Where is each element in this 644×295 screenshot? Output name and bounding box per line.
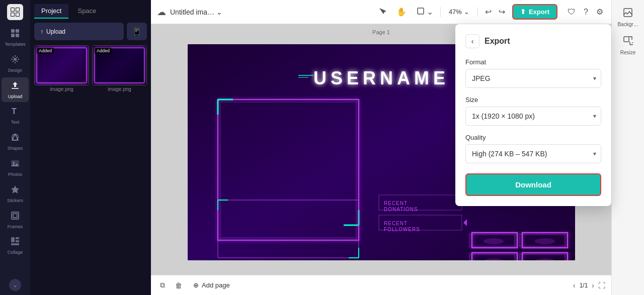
svg-rect-11	[16, 34, 19, 37]
topbar-tools: ✋ ⌄ 47% ⌄ ↩ ↪	[375, 4, 605, 20]
add-page-button[interactable]: ⊕ Add page	[189, 279, 234, 291]
copy-page-button[interactable]: ⧉	[157, 279, 168, 291]
download-button[interactable]: Download	[465, 173, 601, 196]
zoom-button[interactable]: 47% ⌄	[445, 6, 473, 18]
sidebar-item-shapes[interactable]: Shapes	[2, 129, 29, 154]
svg-text:T: T	[12, 107, 17, 116]
shield-icon-button[interactable]: 🛡	[566, 6, 578, 19]
right-panel: Backgr… Resize	[611, 0, 644, 295]
select-icon	[378, 7, 386, 17]
svg-rect-9	[16, 29, 19, 33]
image-grid: Added image.png Added image.png	[34, 45, 147, 92]
upload-button[interactable]: ↑ Upload	[34, 23, 124, 40]
sidebar-item-stickers[interactable]: Stickers	[2, 181, 29, 207]
redo-button[interactable]: ↪	[496, 5, 508, 19]
added-badge: Added	[37, 48, 54, 54]
next-page-button[interactable]: ›	[592, 281, 594, 289]
size-field: Size 1x (1920 × 1080 px) 2x (3840 × 2160…	[465, 96, 601, 126]
size-select-wrapper: 1x (1920 × 1080 px) 2x (3840 × 2160 px) …	[465, 107, 601, 126]
sidebar-item-upload[interactable]: Upload	[2, 77, 29, 103]
sidebar-item-templates[interactable]: Templates	[2, 25, 29, 50]
format-label: Format	[465, 58, 601, 66]
quality-label: Quality	[465, 134, 601, 141]
svg-rect-10	[11, 34, 15, 37]
topbar-right-icons: 🛡 ? ⚙	[566, 5, 605, 19]
list-item[interactable]: Added image.png	[92, 45, 147, 92]
document-title[interactable]: Untitled ima… ⌄	[170, 8, 222, 16]
background-panel-item[interactable]: Backgr…	[614, 4, 642, 30]
sidebar-item-label: Photos	[8, 172, 22, 177]
sidebar-item-label: Text	[11, 120, 20, 125]
design-icon	[10, 54, 20, 67]
left-panel: Project Space ↑ Upload 📱 Added image.png	[30, 0, 151, 295]
export-upload-icon: ⬆	[520, 8, 526, 16]
frame-tool-button[interactable]: ⌄	[414, 5, 436, 19]
copy-icon: ⧉	[160, 281, 165, 289]
format-field: Format JPEG PNG PDF SVG GIF ▾	[465, 58, 601, 88]
upload-arrow-icon: ↑	[40, 28, 43, 35]
sidebar-item-label: Collage	[8, 250, 23, 255]
undo-redo-group: ↩ ↪	[482, 5, 508, 19]
list-item[interactable]: Added image.png	[34, 45, 89, 92]
svg-rect-22	[11, 237, 15, 242]
svg-text:RECENT: RECENT	[384, 221, 408, 226]
sidebar-item-label: Design	[8, 68, 22, 73]
fit-icon: ⛶	[598, 281, 605, 289]
frame-icon	[417, 7, 425, 17]
tab-project[interactable]: Project	[34, 4, 68, 19]
size-select[interactable]: 1x (1920 × 1080 px) 2x (3840 × 2160 px) …	[465, 107, 601, 126]
select-tool-button[interactable]	[375, 5, 389, 19]
zoom-chevron-icon: ⌄	[464, 8, 469, 16]
next-page-icon: ›	[592, 281, 594, 289]
shield-icon: 🛡	[568, 8, 576, 16]
settings-icon: ⚙	[596, 8, 603, 16]
format-select[interactable]: JPEG PNG PDF SVG GIF	[465, 69, 601, 88]
fit-page-button[interactable]: ⛶	[598, 281, 605, 289]
undo-button[interactable]: ↩	[482, 5, 495, 19]
sidebar-item-design[interactable]: Design	[2, 51, 29, 76]
sidebar-item-frames[interactable]: Frames	[2, 208, 29, 233]
export-button[interactable]: ⬆ Export	[512, 4, 557, 20]
svg-point-56	[535, 238, 555, 244]
delete-page-button[interactable]: 🗑	[172, 279, 185, 291]
sidebar: Templates Design Upload T Text	[0, 0, 30, 295]
tab-space[interactable]: Space	[70, 4, 103, 19]
svg-point-12	[14, 58, 17, 61]
sidebar-item-text[interactable]: T Text	[2, 103, 29, 128]
sidebar-expand-btn[interactable]: ⌄	[9, 279, 21, 291]
templates-icon	[10, 28, 20, 41]
title-chevron-icon: ⌄	[216, 8, 222, 16]
phone-upload-button[interactable]: 📱	[127, 23, 147, 40]
hand-icon: ✋	[396, 7, 407, 17]
hand-tool-button[interactable]: ✋	[393, 5, 410, 19]
help-button[interactable]: ?	[582, 6, 590, 19]
collage-icon	[10, 236, 20, 249]
image-thumbnail: Added	[92, 45, 147, 85]
sidebar-item-collage[interactable]: Collage	[2, 233, 29, 258]
quality-select[interactable]: High (274 KB – 547 KB) Medium Low	[465, 144, 601, 163]
svg-rect-7	[16, 13, 19, 16]
resize-label: Resize	[620, 50, 636, 55]
svg-rect-6	[11, 13, 14, 16]
svg-text:FOLLOWERS: FOLLOWERS	[384, 227, 420, 232]
quality-field: Quality High (274 KB – 547 KB) Medium Lo…	[465, 134, 601, 163]
popup-header: ‹ Export	[465, 34, 601, 48]
svg-rect-23	[16, 237, 19, 239]
svg-marker-19	[11, 185, 19, 193]
sidebar-item-label: Frames	[8, 224, 23, 230]
image-thumbnail: Added	[34, 45, 89, 85]
svg-rect-8	[11, 29, 15, 33]
trash-icon: 🗑	[175, 281, 182, 289]
cloud-icon: ☁	[157, 7, 166, 18]
settings-button[interactable]: ⚙	[594, 5, 605, 19]
page-count: 1/1	[580, 282, 588, 289]
resize-panel-item[interactable]: Resize	[614, 32, 642, 58]
prev-page-button[interactable]: ‹	[573, 281, 576, 289]
svg-point-18	[13, 162, 15, 164]
svg-rect-20	[12, 212, 19, 219]
image-filename: image.png	[34, 86, 89, 92]
sidebar-item-photos[interactable]: Photos	[2, 155, 29, 180]
popup-back-button[interactable]: ‹	[465, 34, 479, 48]
panel-content: ↑ Upload 📱 Added image.png Added imag	[30, 19, 151, 295]
svg-point-53	[484, 238, 504, 244]
